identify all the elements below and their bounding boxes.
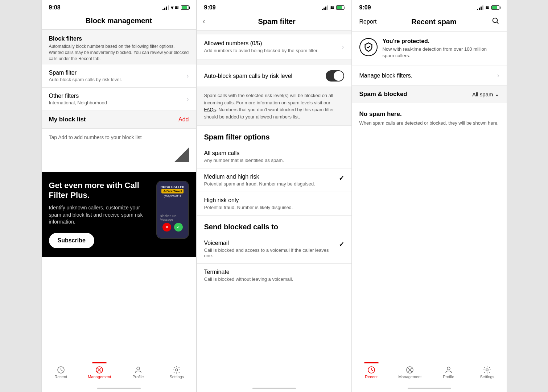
- all-spam-title: All spam calls: [204, 150, 284, 157]
- screen-spam-filter: 9:09 ≋ ‹ Spam filter Allowed numbers (0/…: [197, 0, 352, 392]
- other-filters-menu-item[interactable]: Other filters International, Neighborhoo…: [42, 88, 196, 111]
- high-risk-subtitle: Potential fraud. Number is likely disgui…: [204, 205, 293, 210]
- svg-point-6: [493, 18, 497, 23]
- protected-desc: Now with real-time detection from over 1…: [383, 46, 499, 59]
- management-label-3: Management: [398, 375, 421, 379]
- block-management-title: Block management: [49, 17, 189, 25]
- medium-high-text: Medium and high risk Potential spam and …: [204, 174, 315, 187]
- spam-section-header: Spam & blocked All spam ⌄: [352, 86, 507, 103]
- status-icons-3: ≋: [477, 5, 499, 11]
- shield-icon: [359, 38, 378, 56]
- home-indicator-1: [42, 385, 196, 392]
- separator-2: [197, 59, 351, 65]
- add-block-button[interactable]: Add: [178, 116, 189, 123]
- nav-recent-1[interactable]: Recent: [42, 365, 81, 379]
- no-spam-desc: When spam calls are detected or blocked,…: [359, 120, 499, 126]
- recent-spam-content: You're protected. Now with real-time det…: [352, 32, 507, 362]
- nav-profile-3[interactable]: Profile: [429, 365, 468, 379]
- back-button[interactable]: ‹: [203, 17, 205, 26]
- promo-content: Get even more with Call Filter Plus. Ide…: [49, 181, 151, 248]
- subscribe-button[interactable]: Subscribe: [49, 233, 94, 248]
- svg-line-7: [497, 22, 498, 24]
- option-voicemail[interactable]: Voicemail Call is blocked and access to …: [197, 235, 351, 264]
- manage-filters-item[interactable]: Manage block filters. ›: [352, 66, 507, 86]
- faqs-link[interactable]: FAQs: [204, 107, 216, 112]
- nav-profile-1[interactable]: Profile: [119, 365, 158, 379]
- block-list-title: My block list: [49, 116, 86, 123]
- screen-recent-spam: 9:09 ≋ Report Recent spam: [352, 0, 507, 392]
- caller-label: ⚠ Free Travel: [161, 189, 184, 193]
- status-icons-1: ▾ ≋: [162, 5, 189, 11]
- spam-filter-chevron: ›: [187, 72, 189, 80]
- home-indicator-3: [352, 385, 507, 392]
- allowed-numbers-text: Allowed numbers (0/5) Add numbers to avo…: [204, 40, 319, 53]
- all-spam-subtitle: Any number that is identified as spam.: [204, 158, 284, 163]
- option-terminate[interactable]: Terminate Call is blocked without leavin…: [197, 264, 351, 287]
- block-filters-section: Block filters Automatically block number…: [42, 30, 196, 64]
- svg-point-12: [447, 367, 450, 370]
- promo-title: Get even more with Call Filter Plus.: [49, 181, 151, 200]
- allowed-numbers-item[interactable]: Allowed numbers (0/5) Add numbers to avo…: [197, 34, 351, 59]
- spam-options-title: Spam filter options: [197, 126, 351, 145]
- caller-number: (206) 555-0117: [164, 195, 181, 197]
- medium-high-check: ✓: [339, 174, 344, 182]
- block-filters-title: Block filters: [49, 36, 189, 42]
- block-list-empty: Tap Add to add numbers to your block lis…: [42, 129, 196, 169]
- filter-label: All spam: [472, 91, 493, 97]
- terminate-title: Terminate: [204, 269, 293, 275]
- svg-point-13: [486, 369, 488, 371]
- spam-filter-header: ‹ Spam filter: [197, 13, 351, 31]
- nav-recent-3[interactable]: Recent: [352, 365, 391, 379]
- signal-2: [322, 5, 328, 10]
- status-icons-2: ≋: [322, 5, 344, 11]
- option-all-spam[interactable]: All spam calls Any number that is identi…: [197, 145, 351, 168]
- voicemail-title: Voicemail: [204, 240, 339, 246]
- spam-filter-text: Spam filter Auto-block spam calls by ris…: [49, 70, 122, 82]
- high-risk-text: High risk only Potential fraud. Number i…: [204, 197, 293, 210]
- home-indicator-2: [197, 385, 351, 392]
- no-spam-area: No spam here. When spam calls are detect…: [352, 103, 507, 134]
- dropdown-chevron: ⌄: [495, 91, 499, 97]
- nav-management-1[interactable]: Management: [80, 365, 119, 379]
- settings-icon-1: [172, 365, 181, 375]
- voicemail-text: Voicemail Call is blocked and access to …: [204, 240, 339, 258]
- recent-label-1: Recent: [54, 375, 67, 379]
- voicemail-check: ✓: [339, 241, 344, 249]
- time-2: 9:09: [204, 4, 216, 11]
- option-high-risk[interactable]: High risk only Potential fraud. Number i…: [197, 192, 351, 216]
- call-actions: ✕ ✓: [162, 223, 183, 232]
- no-spam-title: No spam here.: [359, 110, 499, 118]
- bottom-nav-3: Recent Management Profile: [352, 362, 507, 385]
- nav-management-3[interactable]: Management: [391, 365, 429, 379]
- management-icon-3: [405, 365, 415, 375]
- filter-dropdown[interactable]: All spam ⌄: [472, 91, 499, 97]
- search-button[interactable]: [491, 17, 499, 27]
- spam-filter-subtitle: Auto-block spam calls by risk level.: [49, 77, 122, 82]
- spam-filter-menu-item[interactable]: Spam filter Auto-block spam calls by ris…: [42, 64, 196, 88]
- medium-high-subtitle: Potential spam and fraud. Number may be …: [204, 181, 315, 187]
- spam-filter-content: Allowed numbers (0/5) Add numbers to avo…: [197, 31, 351, 385]
- nav-settings-3[interactable]: Settings: [468, 365, 507, 379]
- allowed-numbers-title: Allowed numbers (0/5): [204, 40, 319, 47]
- profile-icon-1: [133, 365, 143, 375]
- auto-block-toggle[interactable]: [326, 70, 344, 82]
- all-spam-text: All spam calls Any number that is identi…: [204, 150, 284, 163]
- high-risk-title: High risk only: [204, 197, 293, 204]
- block-management-header: Block management: [42, 13, 196, 30]
- auto-block-toggle-row: Auto-block spam calls by risk level: [197, 65, 351, 87]
- status-bar-2: 9:09 ≋: [197, 0, 351, 13]
- manage-filters-label: Manage block filters.: [359, 72, 413, 79]
- recent-label-3: Recent: [365, 375, 378, 379]
- voicemail-subtitle: Call is blocked and access to a voicemai…: [204, 247, 339, 258]
- option-medium-high[interactable]: Medium and high risk Potential spam and …: [197, 168, 351, 192]
- nav-settings-1[interactable]: Settings: [157, 365, 196, 379]
- wifi-icon-3: ≋: [485, 5, 490, 11]
- recent-icon-3: [367, 365, 376, 375]
- blocked-calls-title: Send blocked calls to: [197, 216, 351, 235]
- settings-label-1: Settings: [169, 375, 184, 379]
- allowed-numbers-subtitle: Add numbers to avoid being blocked by th…: [204, 48, 319, 53]
- svg-point-5: [176, 369, 178, 371]
- promo-desc: Identify unknown callers, customize your…: [49, 204, 151, 226]
- battery-1: [181, 5, 189, 10]
- report-button[interactable]: Report: [359, 18, 377, 25]
